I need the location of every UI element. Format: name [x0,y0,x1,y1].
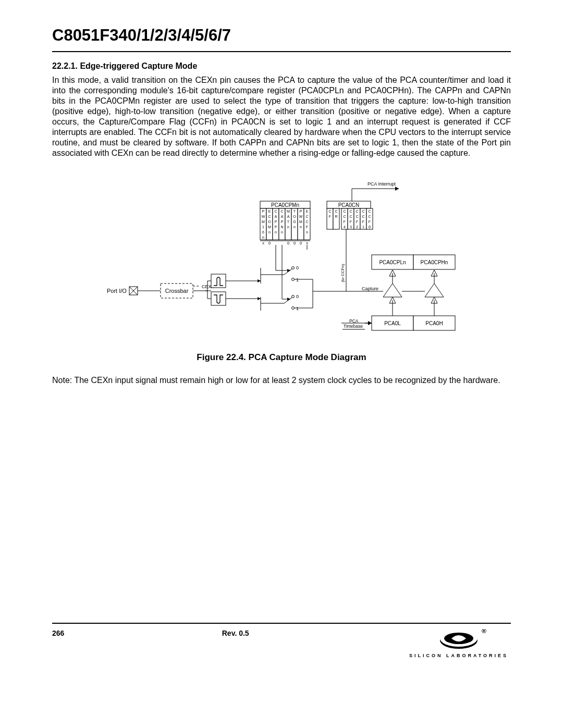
svg-text:M: M [262,220,265,224]
pca0cpmn-register: PCA0CPMn PWM16nECOMnCAPPnCAPNnMATnTOGnPW… [260,201,310,245]
svg-text:C: C [356,209,358,213]
svg-rect-18 [273,208,279,240]
svg-text:0: 0 [287,241,289,245]
svg-text:PCA0CN: PCA0CN [338,202,360,208]
svg-text:N: N [280,225,283,229]
svg-text:T: T [293,209,296,213]
svg-text:PCA0CPMn: PCA0CPMn [271,202,299,208]
page-footer: 266 Rev. 0.5 ® SILICON LABORATORIES [52,623,511,662]
svg-text:W: W [262,215,265,218]
svg-text:F: F [369,220,371,224]
section-heading: 22.2.1. Edge-triggered Capture Mode [52,61,511,71]
svg-text:F: F [329,215,331,218]
svg-text:0: 0 [369,225,371,229]
svg-text:M: M [299,220,302,224]
svg-text:T: T [287,220,290,224]
rising-edge-detector [211,274,226,288]
svg-text:C: C [280,209,283,213]
svg-text:A: A [287,215,290,218]
svg-text:C: C [368,209,371,213]
figure: PCA Interrupt PCA0CPMn PWM16nECOMnCAPPnC… [52,179,511,343]
svg-marker-113 [258,279,261,282]
svg-text:C: C [335,209,337,213]
svg-text:n: n [262,236,264,239]
pca-interrupt-label: PCA Interrupt [368,181,396,187]
switch-capp: 0 1 [226,265,313,283]
svg-text:PCA0CPHn: PCA0CPHn [421,260,448,265]
svg-text:A: A [275,215,277,218]
pca0cn-register: PCA0CN CFCRCCF4CCF3CCF2CCF1CCF0 [327,201,373,229]
svg-text:n: n [268,230,271,234]
svg-text:C: C [349,209,352,213]
svg-marker-136 [425,283,444,297]
svg-text:C: C [274,209,277,213]
pca-timebase-label-l2: Timebase [344,324,363,329]
svg-text:SILICON LABORATORIES: SILICON LABORATORIES [409,653,508,658]
svg-text:2: 2 [356,225,358,229]
svg-point-125 [292,295,295,298]
svg-marker-1 [395,187,399,191]
svg-text:C: C [328,209,331,213]
section-body: In this mode, a valid transition on the … [52,75,511,158]
svg-text:n: n [287,225,289,229]
svg-text:0: 0 [268,241,271,245]
svg-text:n: n [300,225,302,229]
footer-rule [52,623,511,624]
svg-text:n: n [293,225,296,229]
svg-text:E: E [268,209,271,213]
svg-rect-35 [291,208,298,240]
header-rule [52,51,511,52]
capture-label: Capture [362,286,378,291]
svg-text:0: 0 [296,294,299,299]
svg-text:3: 3 [350,225,352,229]
svg-point-126 [292,307,295,310]
svg-text:E: E [306,209,309,213]
svg-text:1: 1 [362,225,364,229]
svg-text:PCA0H: PCA0H [425,320,443,326]
svg-text:x: x [306,241,308,245]
svg-text:C: C [349,215,352,218]
svg-text:W: W [299,215,303,218]
svg-text:F: F [306,225,308,229]
svg-text:F: F [356,220,358,224]
svg-text:0: 0 [293,241,296,245]
svg-marker-123 [258,297,261,300]
svg-text:P: P [281,220,284,224]
page-number: 266 [52,629,64,637]
svg-text:C: C [305,215,308,218]
svg-text:P: P [262,209,265,213]
svg-text:F: F [344,220,346,224]
svg-text:4: 4 [344,225,346,229]
svg-text:M: M [268,225,271,229]
svg-text:P: P [300,209,302,213]
svg-text:P: P [275,220,277,224]
svg-text:F: F [350,220,352,224]
pca-capture-diagram: PCA Interrupt PCA0CPMn PWM16nECOMnCAPPnC… [89,179,474,341]
svg-text:R: R [335,215,337,218]
svg-rect-5 [260,208,266,240]
svg-text:P: P [275,225,277,229]
capture-triangle-l [383,283,402,297]
svg-text:1: 1 [296,277,299,282]
svg-text:1: 1 [262,225,264,229]
svg-point-116 [292,278,295,281]
svg-rect-40 [298,208,304,240]
falling-edge-detector [211,292,226,305]
svg-text:C: C [362,215,364,218]
svg-marker-135 [383,283,402,297]
svg-text:n: n [275,230,277,234]
svg-text:A: A [281,215,284,218]
svg-text:0: 0 [296,265,299,270]
svg-text:C: C [343,215,346,218]
svg-text:n: n [306,230,308,234]
note-text: Note: The CEXn input signal must remain … [52,375,511,386]
switch-capn: 0 1 [226,294,313,311]
svg-text:C: C [362,209,364,213]
svg-rect-45 [304,208,310,240]
svg-text:x: x [262,241,264,245]
port-io-label: Port I/O [107,288,127,294]
svg-text:PCA0L: PCA0L [384,320,401,326]
svg-text:Crossbar: Crossbar [165,288,189,294]
svg-text:6: 6 [262,230,264,234]
svg-point-115 [292,267,295,269]
